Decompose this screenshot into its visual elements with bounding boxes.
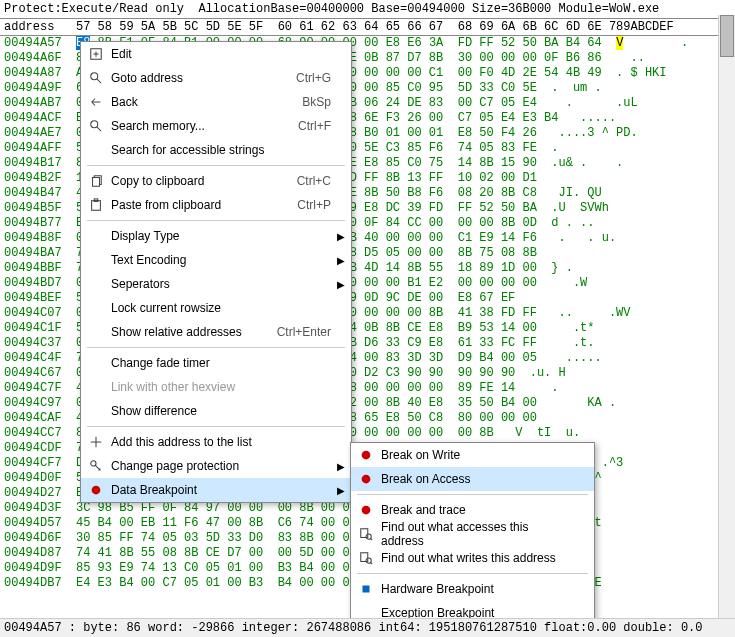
menu-item-back[interactable]: BackBkSp	[81, 90, 351, 114]
menu-item-label: Hardware Breakpoint	[381, 582, 574, 596]
menu-item-label: Break and trace	[381, 503, 574, 517]
menu-item-change-fade-timer[interactable]: Change fade timer	[81, 351, 351, 375]
menu-item-label: Add this address to the list	[111, 435, 331, 449]
menu-item-label: Text Encoding	[111, 253, 331, 267]
submenu-data-breakpoint[interactable]: Break on WriteBreak on AccessBreak and t…	[350, 442, 595, 626]
menu-item-label: Paste from clipboard	[111, 198, 277, 212]
context-menu[interactable]: EditGoto addressCtrl+GBackBkSpSearch mem…	[80, 41, 352, 503]
menu-item-break-on-write[interactable]: Break on Write	[351, 443, 594, 467]
protect-header: Protect:Execute/Read only AllocationBase…	[0, 0, 735, 19]
svg-rect-15	[363, 586, 370, 593]
menu-item-hardware-breakpoint[interactable]: Hardware Breakpoint	[351, 577, 594, 601]
menu-item-label: Copy to clipboard	[111, 174, 277, 188]
submenu-arrow-icon: ▶	[337, 255, 345, 266]
goto-icon	[87, 69, 105, 87]
menu-item-label: Back	[111, 95, 282, 109]
bp-icon	[357, 501, 375, 519]
menu-item-label: Link with other hexview	[111, 380, 331, 394]
svg-point-2	[91, 121, 98, 128]
menu-separator	[87, 426, 345, 427]
bp-icon	[357, 470, 375, 488]
menu-item-break-and-trace[interactable]: Break and trace	[351, 498, 594, 522]
menu-item-show-difference[interactable]: Show difference	[81, 399, 351, 423]
menu-separator	[87, 347, 345, 348]
menu-item-label: Data Breakpoint	[111, 483, 331, 497]
menu-item-label: Goto address	[111, 71, 276, 85]
blank-icon	[87, 227, 105, 245]
menu-item-data-breakpoint[interactable]: Data Breakpoint▶	[81, 478, 351, 502]
svg-rect-13	[361, 553, 368, 562]
menu-item-search-memory[interactable]: Search memory...Ctrl+F	[81, 114, 351, 138]
menu-shortcut: Ctrl+P	[297, 198, 331, 212]
menu-item-label: Find out what writes this address	[381, 551, 574, 565]
menu-item-link-with-other-hexview: Link with other hexview	[81, 375, 351, 399]
menu-item-label: Search memory...	[111, 119, 278, 133]
menu-item-label: Edit	[111, 47, 331, 61]
bp-icon	[357, 446, 375, 464]
menu-item-label: Break on Write	[381, 448, 574, 462]
blank-icon	[87, 323, 105, 341]
menu-item-add-this-address-to-the-list[interactable]: Add this address to the list	[81, 430, 351, 454]
key-icon	[87, 457, 105, 475]
blank-icon	[87, 402, 105, 420]
submenu-arrow-icon: ▶	[337, 231, 345, 242]
menu-item-label: Find out what accesses this address	[381, 520, 574, 548]
menu-item-search-for-accessible-strings[interactable]: Search for accessible strings	[81, 138, 351, 162]
menu-item-label: Search for accessible strings	[111, 143, 331, 157]
menu-item-label: Change fade timer	[111, 356, 331, 370]
menu-item-text-encoding[interactable]: Text Encoding▶	[81, 248, 351, 272]
menu-item-label: Display Type	[111, 229, 331, 243]
menu-separator	[357, 573, 588, 574]
blank-icon	[87, 251, 105, 269]
menu-item-find-out-what-accesses-this-address[interactable]: Find out what accesses this address	[351, 522, 594, 546]
menu-item-lock-current-rowsize[interactable]: Lock current rowsize	[81, 296, 351, 320]
submenu-arrow-icon: ▶	[337, 279, 345, 290]
menu-item-label: Show relative addresses	[111, 325, 257, 339]
scrollbar[interactable]	[718, 15, 735, 619]
svg-point-1	[91, 73, 98, 80]
svg-point-8	[362, 451, 371, 460]
menu-item-goto-address[interactable]: Goto addressCtrl+G	[81, 66, 351, 90]
columns-header: address 57 58 59 5A 5B 5C 5D 5E 5F 60 61…	[0, 19, 735, 36]
plus-icon	[87, 433, 105, 451]
menu-item-show-relative-addresses[interactable]: Show relative addressesCtrl+Enter	[81, 320, 351, 344]
menu-item-edit[interactable]: Edit	[81, 42, 351, 66]
menu-item-change-page-protection[interactable]: Change page protection▶	[81, 454, 351, 478]
menu-item-find-out-what-writes-this-address[interactable]: Find out what writes this address	[351, 546, 594, 570]
menu-item-label: Show difference	[111, 404, 331, 418]
menu-separator	[87, 220, 345, 221]
blank-icon	[87, 378, 105, 396]
menu-item-label: Change page protection	[111, 459, 331, 473]
find-icon	[357, 525, 375, 543]
svg-rect-4	[92, 201, 101, 211]
blank-icon	[87, 299, 105, 317]
scrollbar-thumb[interactable]	[720, 15, 734, 57]
bp-icon	[87, 481, 105, 499]
sq-icon	[357, 580, 375, 598]
blank-icon	[87, 354, 105, 372]
menu-item-label: Seperators	[111, 277, 331, 291]
svg-rect-3	[93, 178, 100, 187]
menu-shortcut: Ctrl+Enter	[277, 325, 331, 339]
find-icon	[357, 549, 375, 567]
svg-point-9	[362, 475, 371, 484]
menu-item-seperators[interactable]: Seperators▶	[81, 272, 351, 296]
menu-separator	[87, 165, 345, 166]
blank-icon	[87, 275, 105, 293]
copy-icon	[87, 172, 105, 190]
menu-shortcut: Ctrl+G	[296, 71, 331, 85]
paste-icon	[87, 196, 105, 214]
menu-separator	[357, 494, 588, 495]
menu-item-copy-to-clipboard[interactable]: Copy to clipboardCtrl+C	[81, 169, 351, 193]
menu-shortcut: Ctrl+C	[297, 174, 331, 188]
menu-item-display-type[interactable]: Display Type▶	[81, 224, 351, 248]
menu-item-label: Lock current rowsize	[111, 301, 331, 315]
svg-point-7	[92, 486, 101, 495]
menu-item-paste-from-clipboard[interactable]: Paste from clipboardCtrl+P	[81, 193, 351, 217]
submenu-arrow-icon: ▶	[337, 461, 345, 472]
menu-item-break-on-access[interactable]: Break on Access	[351, 467, 594, 491]
blank-icon	[87, 141, 105, 159]
svg-rect-11	[361, 529, 368, 538]
svg-point-10	[362, 506, 371, 515]
search-icon	[87, 117, 105, 135]
